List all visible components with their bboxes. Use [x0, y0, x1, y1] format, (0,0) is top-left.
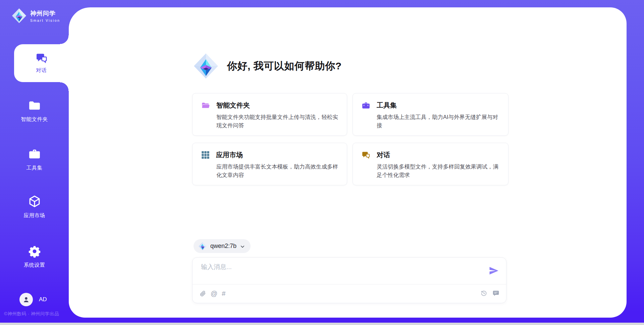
model-name: qwen2:7b — [210, 243, 236, 250]
feature-cards: 智能文件夹 智能文件夹功能支持批量文件上传与清洗，轻松实现文件问答 工具集 集成… — [192, 93, 508, 185]
at-icon: @ — [211, 290, 217, 297]
greeting-title: 你好, 我可以如何帮助你? — [227, 59, 342, 73]
user-account[interactable]: AD — [19, 293, 47, 306]
sidebar-footer: ©神州数码 · 神州问学出品 — [4, 311, 59, 317]
sidebar-item-label: 工具集 — [26, 165, 43, 172]
gear-icon — [28, 245, 41, 258]
send-button[interactable] — [489, 266, 499, 276]
new-chat-button[interactable] — [492, 290, 499, 297]
tab-fillet-top — [60, 36, 69, 44]
card-title: 应用市场 — [216, 150, 243, 159]
sidebar-item-label: 系统设置 — [24, 262, 45, 269]
chevron-down-icon — [240, 244, 245, 249]
attach-file-button[interactable] — [199, 290, 206, 297]
message-composer: @ # — [192, 257, 506, 303]
paperclip-icon — [199, 290, 206, 297]
mention-button[interactable]: @ — [211, 290, 217, 297]
avatar — [19, 293, 33, 306]
sidebar-item-app-market[interactable]: 应用市场 — [0, 195, 69, 219]
message-input[interactable] — [201, 263, 483, 281]
chat-icon — [36, 52, 48, 64]
card-description: 灵活切换多模型文件，支持多样回复效果调试，满足个性化需求 — [377, 162, 499, 179]
topic-button[interactable]: # — [222, 290, 225, 297]
history-icon — [480, 290, 487, 297]
brand-name: 神州问学 — [30, 9, 60, 17]
card-chat[interactable]: 对话 灵活切换多模型文件，支持多样回复效果调试，满足个性化需求 — [353, 143, 508, 185]
window-edge — [0, 323, 644, 325]
model-selector[interactable]: qwen2:7b — [194, 239, 251, 253]
brand-subtitle: Smart Vision — [30, 18, 60, 22]
sidebar-item-label: 智能文件夹 — [21, 116, 48, 123]
sidebar-item-label: 应用市场 — [24, 212, 45, 219]
chat-bubbles-icon — [362, 151, 370, 159]
send-icon — [489, 266, 499, 276]
greeting: 你好, 我可以如何帮助你? — [193, 53, 342, 79]
sidebar-item-label: 对话 — [36, 67, 47, 74]
hash-icon: # — [222, 290, 225, 297]
assistant-logo-icon — [193, 53, 219, 79]
card-title: 工具集 — [377, 101, 397, 110]
sidebar-item-chat[interactable]: 对话 — [14, 44, 69, 82]
folder-icon — [28, 99, 41, 112]
briefcase-icon — [362, 101, 370, 110]
history-button[interactable] — [480, 290, 487, 297]
sidebar: 神州问学 Smart Vision 对话 智能文件夹 工具集 应用市场 系统设置 — [0, 0, 69, 325]
brand-logo: 神州问学 Smart Vision — [11, 8, 60, 23]
tab-fillet-bottom — [60, 82, 69, 91]
toolbox-icon — [28, 148, 41, 160]
card-smart-folder[interactable]: 智能文件夹 智能文件夹功能支持批量文件上传与清洗，轻松实现文件问答 — [192, 93, 347, 136]
sidebar-item-smart-folder[interactable]: 智能文件夹 — [0, 99, 69, 123]
card-description: 智能文件夹功能支持批量文件上传与清洗，轻松实现文件问答 — [216, 113, 338, 130]
card-app-market[interactable]: 应用市场 应用市场提供丰富长文本模板，助力高效生成多样化文章内容 — [192, 143, 347, 185]
folder-open-icon — [201, 101, 210, 110]
model-logo-icon — [198, 242, 207, 251]
user-name: AD — [39, 296, 47, 303]
card-description: 集成市场上主流工具，助力AI与外界无缝扩展与对接 — [377, 113, 499, 130]
comment-icon — [492, 290, 499, 297]
sidebar-item-settings[interactable]: 系统设置 — [0, 245, 69, 269]
card-toolset[interactable]: 工具集 集成市场上主流工具，助力AI与外界无缝扩展与对接 — [353, 93, 508, 136]
card-title: 对话 — [377, 150, 390, 159]
grid-icon — [201, 151, 210, 159]
composer-divider — [193, 284, 506, 284]
sidebar-item-toolset[interactable]: 工具集 — [0, 148, 69, 172]
cube-icon — [28, 195, 41, 208]
brand-logo-icon — [11, 8, 27, 23]
card-description: 应用市场提供丰富长文本模板，助力高效生成多样化文章内容 — [216, 162, 338, 179]
card-title: 智能文件夹 — [216, 101, 250, 110]
